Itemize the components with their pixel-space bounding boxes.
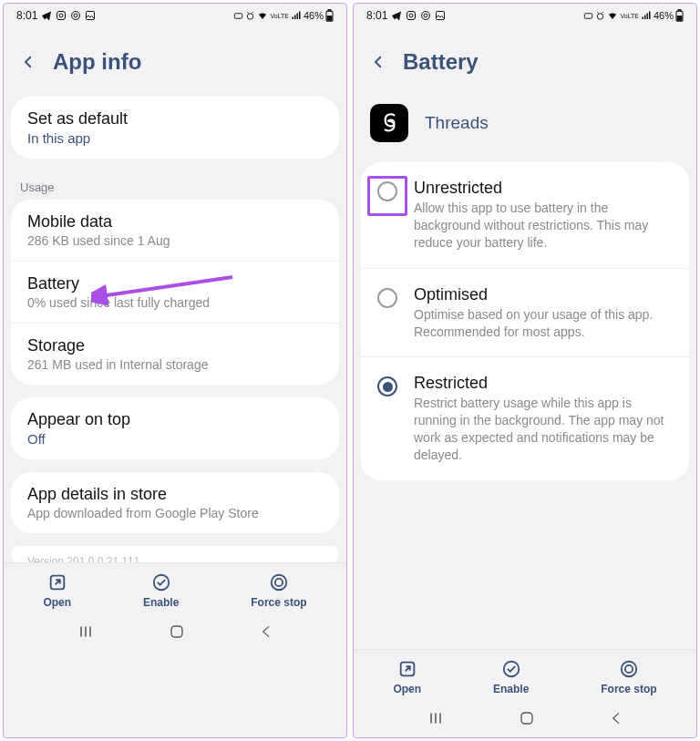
wifi-icon (607, 10, 618, 21)
nav-recents-icon[interactable] (77, 624, 95, 639)
row-title: Set as default (27, 109, 323, 129)
back-icon[interactable] (370, 52, 386, 72)
force-stop-icon (269, 572, 289, 592)
nav-home-icon[interactable] (519, 710, 535, 726)
card-version-peek: Version 201.0.0.21.111 (11, 546, 339, 562)
threads-app-icon (370, 104, 408, 142)
version-text: Version 201.0.0.21.111 (27, 555, 323, 562)
row-title: Storage (27, 336, 323, 355)
telegram-icon (391, 10, 402, 21)
action-label: Open (393, 683, 421, 695)
svg-rect-9 (327, 16, 332, 21)
card-details: App details in store App downloaded from… (11, 472, 339, 533)
open-button[interactable]: Open (393, 659, 421, 695)
action-bar: Open Enable Force stop (4, 562, 346, 614)
row-mobile-data[interactable]: Mobile data 286 KB used since 1 Aug (11, 200, 339, 261)
option-unrestricted[interactable]: Unrestricted Allow this app to use batte… (361, 162, 689, 268)
svg-point-13 (272, 575, 287, 591)
wifi-icon (257, 10, 268, 21)
svg-rect-0 (57, 12, 66, 20)
option-restricted[interactable]: Restricted Restrict battery usage while … (361, 356, 689, 480)
svg-point-21 (422, 12, 430, 20)
enable-icon (151, 572, 171, 592)
nav-back-icon[interactable] (609, 711, 623, 726)
svg-point-6 (248, 13, 253, 18)
enable-button[interactable]: Enable (493, 659, 529, 695)
enable-icon (501, 659, 521, 679)
action-label: Open (43, 596, 71, 609)
row-sub: In this app (27, 130, 323, 146)
page-header: App info (4, 24, 346, 97)
page-title: App info (53, 49, 141, 75)
svg-rect-28 (677, 16, 682, 21)
instagram-icon (406, 10, 417, 21)
force-stop-button[interactable]: Force stop (251, 572, 306, 609)
option-title: Unrestricted (414, 179, 673, 198)
open-button[interactable]: Open (43, 572, 71, 609)
svg-point-32 (625, 665, 633, 673)
svg-point-31 (622, 662, 637, 677)
nav-recents-icon[interactable] (427, 711, 445, 726)
row-app-details[interactable]: App details in store App downloaded from… (11, 472, 339, 533)
card-usage: Mobile data 286 KB used since 1 Aug Batt… (11, 200, 339, 385)
row-sub: App downloaded from Google Play Store (27, 506, 323, 520)
option-title: Optimised (414, 285, 673, 304)
gallery-icon (85, 10, 96, 21)
row-storage[interactable]: Storage 261 MB used in Internal storage (11, 323, 339, 385)
row-battery[interactable]: Battery 0% used since last fully charged (11, 261, 339, 323)
option-optimised[interactable]: Optimised Optimise based on your usage o… (361, 268, 689, 357)
svg-point-1 (59, 14, 63, 17)
row-sub: 286 KB used since 1 Aug (27, 233, 323, 248)
section-label-usage: Usage (4, 171, 346, 200)
phone-left: 8:01 VoLTE 46% App info Set as default I… (3, 3, 347, 738)
svg-point-14 (275, 579, 283, 586)
svg-point-30 (503, 662, 519, 677)
row-title: Battery (27, 274, 323, 293)
card-icon (233, 11, 243, 21)
action-label: Enable (493, 683, 529, 695)
card-battery-options: Unrestricted Allow this app to use batte… (361, 162, 689, 480)
card-appear: Appear on top Off (11, 397, 339, 459)
alarm-icon (595, 11, 605, 21)
card-icon (583, 11, 593, 21)
svg-point-2 (72, 12, 80, 20)
camera-icon (70, 10, 81, 21)
row-sub: 261 MB used in Internal storage (27, 357, 323, 372)
row-title: Appear on top (27, 410, 323, 429)
row-set-as-default[interactable]: Set as default In this app (11, 97, 339, 159)
enable-button[interactable]: Enable (143, 572, 179, 609)
app-name: Threads (425, 113, 489, 133)
option-title: Restricted (414, 374, 673, 393)
radio-optimised[interactable] (377, 288, 397, 308)
force-stop-button[interactable]: Force stop (601, 659, 656, 695)
camera-icon (420, 10, 431, 21)
svg-point-25 (598, 13, 603, 18)
card-default: Set as default In this app (11, 97, 339, 159)
nav-back-icon[interactable] (259, 624, 273, 639)
nav-bar (354, 701, 696, 737)
battery-pct: 46% (304, 10, 324, 21)
svg-point-12 (153, 575, 169, 591)
status-bar: 8:01 VoLTE 46% (4, 4, 346, 24)
open-icon (397, 659, 417, 679)
status-bar: 8:01 VoLTE 46% (354, 4, 696, 24)
svg-point-20 (409, 14, 413, 17)
svg-rect-24 (585, 13, 592, 18)
telegram-icon (41, 10, 52, 21)
option-desc: Allow this app to use battery in the bac… (414, 200, 673, 252)
alarm-icon (245, 11, 255, 21)
action-label: Force stop (251, 596, 306, 609)
row-appear-on-top[interactable]: Appear on top Off (11, 397, 339, 459)
status-time: 8:01 (16, 9, 37, 22)
radio-unrestricted[interactable] (377, 181, 397, 201)
battery-icon (675, 9, 684, 22)
svg-rect-4 (87, 12, 95, 20)
volte-icon: VoLTE (270, 13, 289, 19)
back-icon[interactable] (20, 52, 36, 72)
battery-icon (325, 9, 334, 22)
row-sub: Off (27, 431, 323, 447)
action-bar: Open Enable Force stop (354, 649, 696, 701)
nav-home-icon[interactable] (169, 623, 185, 640)
svg-rect-23 (437, 12, 445, 20)
radio-restricted[interactable] (377, 376, 397, 396)
